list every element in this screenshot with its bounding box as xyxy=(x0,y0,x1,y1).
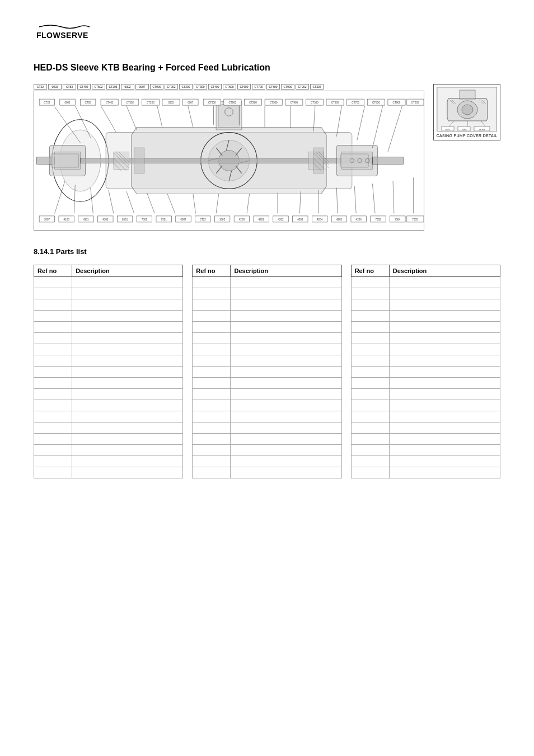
description-cell xyxy=(231,367,341,378)
table-row xyxy=(34,333,183,344)
description-cell xyxy=(389,277,500,288)
table-row xyxy=(34,422,183,434)
table-row xyxy=(351,322,500,333)
description-cell xyxy=(231,400,341,411)
description-cell xyxy=(231,277,341,288)
description-cell xyxy=(72,467,183,478)
table-row xyxy=(351,467,500,478)
svg-text:CT500: CT500 xyxy=(311,101,318,104)
table-row xyxy=(34,456,183,467)
svg-text:7501: 7501 xyxy=(161,218,167,221)
table-row xyxy=(351,378,500,389)
refno-cell xyxy=(34,445,72,456)
svg-text:CT22: CT22 xyxy=(200,218,207,221)
parts-table-1: Ref no Description xyxy=(34,265,183,478)
description-cell xyxy=(389,378,500,389)
svg-text:7302: 7302 xyxy=(375,218,381,221)
svg-text:4203: 4203 xyxy=(297,218,303,221)
svg-text:7301: 7301 xyxy=(142,218,148,221)
table2-header-row: Ref no Description xyxy=(193,265,341,277)
table-row xyxy=(351,277,500,288)
refno-cell xyxy=(351,400,389,411)
svg-text:4200: 4200 xyxy=(239,218,245,221)
table-row xyxy=(193,277,341,288)
description-cell xyxy=(231,322,341,333)
table-row xyxy=(34,322,183,333)
table2-col-description: Description xyxy=(231,265,341,277)
svg-text:0007: 0007 xyxy=(180,218,186,221)
table1-col-refno: Ref no xyxy=(34,265,72,277)
description-cell xyxy=(389,322,500,333)
refno-cell xyxy=(351,367,389,378)
description-cell xyxy=(72,322,183,333)
description-cell xyxy=(72,422,183,434)
detail-image: 8675 3388 4K/68 xyxy=(437,87,497,132)
table-row xyxy=(193,456,341,467)
table-row xyxy=(193,445,341,456)
technical-drawing-svg: CT22 0002 CT83 CT402 CT502 CT203 0302 00… xyxy=(34,91,424,230)
refno-cell xyxy=(193,367,231,378)
table-row xyxy=(351,355,500,367)
description-cell xyxy=(389,389,500,400)
refno-cell xyxy=(34,378,72,389)
description-cell xyxy=(72,411,183,422)
description-cell xyxy=(389,434,500,445)
description-cell xyxy=(389,333,500,344)
svg-text:CT502: CT502 xyxy=(126,101,134,104)
table-row xyxy=(351,288,500,299)
refno-cell xyxy=(193,378,231,389)
table-row xyxy=(34,311,183,322)
refno-cell xyxy=(351,456,389,467)
label-box: CT600 xyxy=(237,84,251,90)
refno-cell xyxy=(351,445,389,456)
description-cell xyxy=(389,344,500,355)
diagram-wrapper: CT22 0002 CT83 CT402 CT502 CT203 0302 00… xyxy=(34,84,424,231)
detail-caption: CASING PUMP COVER DETAIL xyxy=(437,134,498,138)
tables-container: Ref no Description Ref no Description Re… xyxy=(34,265,500,478)
svg-text:3388: 3388 xyxy=(462,128,467,131)
label-box: 0007 xyxy=(135,84,149,90)
svg-text:CT400: CT400 xyxy=(290,101,298,104)
refno-cell xyxy=(34,400,72,411)
label-box: CT83 xyxy=(63,84,76,90)
description-cell xyxy=(389,367,500,378)
table-row xyxy=(351,299,500,311)
refno-cell xyxy=(34,299,72,311)
description-cell xyxy=(72,355,183,367)
table-row xyxy=(34,400,183,411)
refno-cell xyxy=(34,333,72,344)
table-row xyxy=(34,344,183,355)
svg-text:1007: 1007 xyxy=(44,218,50,221)
description-cell xyxy=(389,411,500,422)
refno-cell xyxy=(193,389,231,400)
refno-cell xyxy=(193,299,231,311)
label-box: CT902 xyxy=(165,84,178,90)
detail-drawing: 8675 3388 4K/68 xyxy=(437,87,497,132)
label-box: CT202 xyxy=(296,84,309,90)
label-box: CT500 xyxy=(223,84,236,90)
svg-text:1002: 1002 xyxy=(219,218,226,221)
logo-area: FLOWSERVE xyxy=(34,22,500,49)
svg-text:CT202: CT202 xyxy=(411,101,419,104)
refno-cell xyxy=(34,277,72,288)
table-row xyxy=(351,311,500,322)
svg-rect-41 xyxy=(51,154,78,167)
svg-rect-40 xyxy=(341,154,368,167)
description-cell xyxy=(231,411,341,422)
refno-cell xyxy=(193,411,231,422)
description-cell xyxy=(231,389,341,400)
table-row xyxy=(34,378,183,389)
table-row xyxy=(351,400,500,411)
table-row xyxy=(193,389,341,400)
refno-cell xyxy=(193,467,231,478)
table3-col-refno: Ref no xyxy=(351,265,389,277)
refno-cell xyxy=(34,311,72,322)
refno-cell xyxy=(193,322,231,333)
refno-cell xyxy=(351,299,389,311)
description-cell xyxy=(72,434,183,445)
svg-text:CT900: CT900 xyxy=(208,101,216,104)
table-row xyxy=(193,434,341,445)
table-row xyxy=(193,322,341,333)
svg-rect-28 xyxy=(134,148,144,173)
svg-text:8675: 8675 xyxy=(446,128,451,131)
